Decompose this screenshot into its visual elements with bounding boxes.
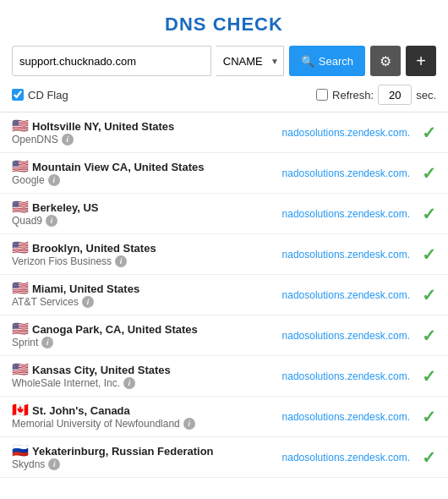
refresh-group: Refresh: sec.	[316, 85, 436, 105]
location-line-1: 🇺🇸 Mountain View CA, United States	[12, 160, 270, 173]
result-status-4: ✓	[422, 285, 436, 305]
location-text-0: Holtsville NY, United States	[32, 120, 174, 133]
info-icon-7[interactable]: i	[183, 418, 195, 430]
result-status-2: ✓	[422, 204, 436, 224]
checkmark-icon-0: ✓	[422, 123, 436, 142]
provider-line-4: AT&T Services i	[12, 296, 270, 308]
checkmark-icon-1: ✓	[422, 164, 436, 183]
location-text-7: St. John's, Canada	[32, 404, 130, 417]
type-select-wrapper: CNAME A AAAA MX TXT NS ▼	[216, 46, 284, 76]
page-title: DNS CHECK	[0, 0, 448, 46]
table-row: 🇺🇸 Miami, United States AT&T Services i …	[0, 275, 448, 315]
flag-icon-4: 🇺🇸	[12, 282, 29, 295]
provider-text-3: Verizon Fios Business	[12, 255, 112, 267]
provider-text-2: Quad9	[12, 215, 42, 227]
result-left-6: 🇺🇸 Kansas City, United States WholeSale …	[12, 363, 270, 389]
table-row: 🇺🇸 Holtsville NY, United States OpenDNS …	[0, 112, 448, 153]
provider-line-7: Memorial University of Newfoundland i	[12, 418, 270, 430]
table-row: 🇺🇸 Kansas City, United States WholeSale …	[0, 356, 448, 397]
result-status-7: ✓	[422, 407, 436, 427]
refresh-label: Refresh:	[332, 89, 374, 101]
info-icon-8[interactable]: i	[48, 458, 60, 470]
result-left-1: 🇺🇸 Mountain View CA, United States Googl…	[12, 160, 270, 186]
result-status-0: ✓	[422, 123, 436, 143]
provider-line-3: Verizon Fios Business i	[12, 255, 270, 267]
result-left-0: 🇺🇸 Holtsville NY, United States OpenDNS …	[12, 119, 270, 145]
result-left-8: 🇷🇺 Yekaterinburg, Russian Federation Sky…	[12, 444, 270, 470]
provider-line-8: Skydns i	[12, 458, 270, 470]
location-line-2: 🇺🇸 Berkeley, US	[12, 200, 270, 214]
result-text-3: nadosolutions.zendesk.com.	[282, 249, 410, 260]
location-text-6: Kansas City, United States	[32, 364, 171, 376]
result-left-3: 🇺🇸 Brooklyn, United States Verizon Fios …	[12, 241, 270, 267]
provider-line-6: WholeSale Internet, Inc. i	[12, 377, 270, 389]
location-line-0: 🇺🇸 Holtsville NY, United States	[12, 119, 270, 133]
flag-icon-0: 🇺🇸	[12, 119, 29, 133]
location-line-7: 🇨🇦 St. John's, Canada	[12, 403, 270, 417]
location-text-5: Canoga Park, CA, United States	[32, 323, 198, 336]
results-list: 🇺🇸 Holtsville NY, United States OpenDNS …	[0, 112, 448, 478]
search-button[interactable]: 🔍 Search	[289, 46, 365, 76]
search-button-label: Search	[319, 55, 353, 68]
provider-text-8: Skydns	[12, 458, 45, 470]
checkmark-icon-6: ✓	[422, 367, 436, 386]
flag-icon-1: 🇺🇸	[12, 160, 29, 173]
location-text-1: Mountain View CA, United States	[32, 161, 204, 173]
result-text-5: nadosolutions.zendesk.com.	[282, 330, 410, 342]
checkmark-icon-5: ✓	[422, 326, 436, 345]
result-text-4: nadosolutions.zendesk.com.	[282, 289, 410, 301]
info-icon-0[interactable]: i	[62, 134, 74, 145]
table-row: 🇷🇺 Yekaterinburg, Russian Federation Sky…	[0, 437, 448, 478]
refresh-input[interactable]	[378, 85, 412, 105]
table-row: 🇺🇸 Brooklyn, United States Verizon Fios …	[0, 234, 448, 275]
type-select[interactable]: CNAME A AAAA MX TXT NS	[216, 46, 284, 76]
result-text-8: nadosolutions.zendesk.com.	[282, 452, 410, 463]
table-row: 🇨🇦 St. John's, Canada Memorial Universit…	[0, 397, 448, 437]
result-status-6: ✓	[422, 366, 436, 387]
result-text-1: nadosolutions.zendesk.com.	[282, 167, 410, 179]
location-text-3: Brooklyn, United States	[32, 242, 156, 255]
result-left-2: 🇺🇸 Berkeley, US Quad9 i	[12, 200, 270, 227]
flag-icon-7: 🇨🇦	[12, 403, 29, 417]
checkmark-icon-7: ✓	[422, 408, 436, 426]
info-icon-3[interactable]: i	[115, 255, 127, 267]
info-icon-6[interactable]: i	[123, 377, 135, 389]
result-text-2: nadosolutions.zendesk.com.	[282, 208, 410, 220]
result-left-5: 🇺🇸 Canoga Park, CA, United States Sprint…	[12, 322, 270, 348]
location-line-8: 🇷🇺 Yekaterinburg, Russian Federation	[12, 444, 270, 458]
gear-button[interactable]: ⚙	[370, 46, 401, 76]
add-button[interactable]: +	[406, 46, 436, 76]
info-icon-5[interactable]: i	[41, 337, 53, 348]
provider-text-6: WholeSale Internet, Inc.	[12, 377, 120, 389]
table-row: 🇺🇸 Mountain View CA, United States Googl…	[0, 153, 448, 194]
checkmark-icon-4: ✓	[422, 286, 436, 304]
result-text-0: nadosolutions.zendesk.com.	[282, 127, 410, 139]
location-text-2: Berkeley, US	[32, 201, 99, 214]
result-left-4: 🇺🇸 Miami, United States AT&T Services i	[12, 282, 270, 308]
location-text-8: Yekaterinburg, Russian Federation	[32, 445, 214, 458]
flag-icon-3: 🇺🇸	[12, 241, 29, 255]
options-row: CD Flag Refresh: sec.	[0, 85, 448, 112]
cd-flag-label[interactable]: CD Flag	[12, 89, 68, 101]
location-text-4: Miami, United States	[32, 282, 139, 295]
result-status-5: ✓	[422, 326, 436, 346]
provider-text-4: AT&T Services	[12, 296, 79, 308]
location-line-4: 🇺🇸 Miami, United States	[12, 282, 270, 295]
provider-text-5: Sprint	[12, 337, 38, 348]
flag-icon-2: 🇺🇸	[12, 200, 29, 214]
gear-icon: ⚙	[380, 53, 391, 69]
table-row: 🇺🇸 Berkeley, US Quad9 i nadosolutions.ze…	[0, 194, 448, 234]
checkmark-icon-8: ✓	[422, 448, 436, 467]
result-status-8: ✓	[422, 447, 436, 468]
location-line-3: 🇺🇸 Brooklyn, United States	[12, 241, 270, 255]
info-icon-1[interactable]: i	[48, 174, 60, 186]
cd-flag-checkbox[interactable]	[12, 89, 24, 101]
location-line-6: 🇺🇸 Kansas City, United States	[12, 363, 270, 376]
refresh-checkbox[interactable]	[316, 89, 328, 101]
sec-label: sec.	[416, 89, 436, 101]
result-status-3: ✓	[422, 244, 436, 265]
info-icon-4[interactable]: i	[82, 296, 94, 308]
info-icon-2[interactable]: i	[46, 215, 57, 227]
provider-text-0: OpenDNS	[12, 134, 58, 145]
url-input[interactable]	[12, 46, 211, 76]
